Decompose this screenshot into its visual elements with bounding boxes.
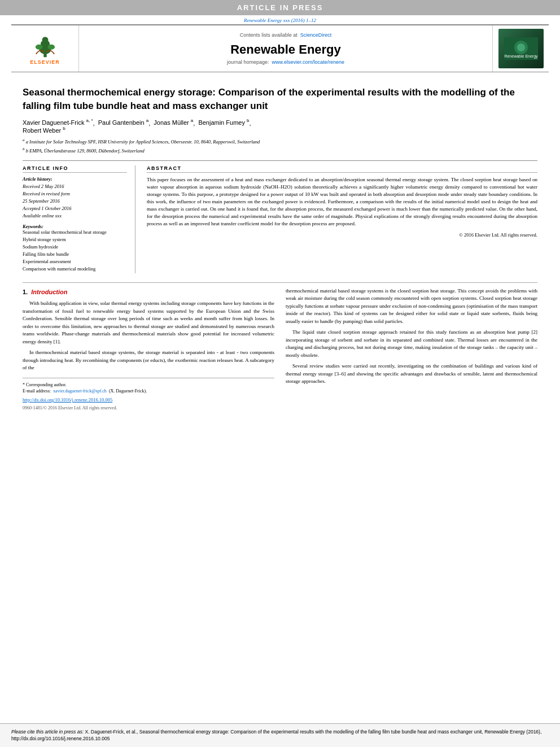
elsevier-logo: ELSEVIER	[28, 33, 62, 65]
journal-title-center: Contents lists available at ScienceDirec…	[79, 25, 492, 72]
keyword-2: Hybrid storage system	[23, 237, 127, 243]
available-row: Available online xxx	[23, 213, 127, 220]
svg-point-3	[42, 37, 48, 43]
article-history: Article history: Received 2 May 2016 Rec…	[23, 176, 127, 219]
intro-col2-para-2: The liquid state closed sorption storage…	[286, 329, 537, 359]
svg-point-8	[517, 43, 525, 51]
elsevier-logo-container: ELSEVIER	[11, 25, 79, 72]
keyword-4: Falling film tube bundle	[23, 251, 127, 258]
svg-point-5	[47, 44, 55, 49]
citation-label: Please cite this article in press as:	[11, 729, 85, 735]
doi-link[interactable]: http://dx.doi.org/10.1016/j.renene.2016.…	[23, 396, 274, 404]
revised-date-row: 25 September 2016	[23, 198, 127, 205]
journal-name: Renewable Energy	[230, 42, 341, 57]
section-1-title-text: Introduction	[31, 289, 67, 295]
homepage-label: journal homepage:	[227, 59, 269, 65]
elsevier-tree-icon	[28, 33, 62, 58]
sciencedirect-link[interactable]: ScienceDirect	[300, 32, 332, 38]
article-title: Seasonal thermochemical energy storage: …	[23, 86, 537, 113]
received-row: Received 2 May 2016	[23, 184, 127, 190]
journal-ref: Renewable Energy xxx (2016) 1–12	[244, 18, 316, 23]
history-heading: Article history:	[23, 176, 53, 182]
contents-line: Contents lists available at ScienceDirec…	[240, 32, 332, 38]
email-link[interactable]: xavier.daguenet-frick@spf.ch	[53, 388, 107, 394]
affil-a-text: a Institute for Solar Technology SPF, HS…	[26, 139, 260, 145]
email-name: (X. Daguenet-Frick).	[109, 388, 147, 394]
main-content: Seasonal thermochemical energy storage: …	[0, 72, 560, 723]
intro-para-1: With building application in view, solar…	[23, 300, 274, 346]
homepage-link[interactable]: www.elsevier.com/locate/renene	[272, 59, 345, 65]
elsevier-label: ELSEVIER	[30, 59, 60, 65]
body-col-1: 1. Introduction With building applicatio…	[23, 287, 274, 412]
intro-col2-para-1-text: thermochemical material based storage sy…	[286, 288, 537, 324]
body-two-col: 1. Introduction With building applicatio…	[23, 287, 537, 412]
keyword-1: Seasonal solar thermochemical heat stora…	[23, 229, 127, 236]
footnote-section: * Corresponding author. E-mail address: …	[23, 378, 274, 412]
intro-para-2: In thermochemical material based storage…	[23, 349, 274, 372]
info-abstract-section: ARTICLE INFO Article history: Received 2…	[23, 160, 537, 273]
article-in-press-banner: ARTICLE IN PRESS	[0, 0, 560, 15]
author-paul: Paul Gantenbein a	[98, 119, 148, 126]
journal-header: ELSEVIER Contents lists available at Sci…	[11, 24, 549, 72]
copyright-footer: 0960-1481/© 2016 Elsevier Ltd. All right…	[23, 405, 274, 412]
journal-ref-line: Renewable Energy xxx (2016) 1–12	[0, 15, 560, 24]
section-1-title: 1. Introduction	[23, 287, 274, 297]
author-jonas: Jonas Müller a	[154, 119, 193, 126]
affil-b: b b EMPA, Überlandstrasse 129, 8600, Düb…	[23, 146, 537, 155]
author-xavier: Xavier Daguenet-Frick a, *	[23, 119, 93, 126]
intro-col2-para-1: thermochemical material based storage sy…	[286, 287, 537, 326]
article-info-col: ARTICLE INFO Article history: Received 2…	[23, 165, 135, 273]
keywords-label: Keywords:	[23, 224, 127, 229]
abstract-text: This paper focuses on the assessment of …	[147, 176, 537, 228]
keyword-6: Comparison with numerical modeling	[23, 266, 127, 273]
intro-para-2-text: In thermochemical material based storage…	[23, 350, 274, 370]
intro-para-1-text: With building application in view, solar…	[23, 300, 274, 344]
body-col-2: thermochemical material based storage sy…	[286, 287, 537, 412]
intro-col2-para-3: Several review studies were carried out …	[286, 362, 537, 386]
citation-box: Please cite this article in press as: X.…	[0, 723, 560, 748]
section-1-number: 1.	[23, 289, 28, 295]
re-logo-box: Renewable Energy	[498, 29, 544, 68]
keywords-section: Keywords: Seasonal solar thermochemical …	[23, 224, 127, 272]
authors-line: Xavier Daguenet-Frick a, *, Paul Gantenb…	[23, 119, 537, 134]
history-label-row: Article history:	[23, 176, 127, 183]
journal-logo-right: Renewable Energy	[492, 25, 549, 72]
corresponding-note: * Corresponding author.	[23, 382, 274, 388]
author-benjamin: Benjamin Fumey b	[198, 119, 249, 126]
body-section: 1. Introduction With building applicatio…	[23, 282, 537, 412]
affiliations: a a Institute for Solar Technology SPF, …	[23, 137, 537, 155]
intro-col2-para-3-text: Several review studies were carried out …	[286, 363, 537, 384]
keyword-3: Sodium hydroxide	[23, 244, 127, 251]
journal-homepage-line: journal homepage: www.elsevier.com/locat…	[227, 59, 344, 65]
abstract-body: This paper focuses on the assessment of …	[147, 177, 537, 226]
affil-a: a a Institute for Solar Technology SPF, …	[23, 137, 537, 146]
accepted-row: Accepted 1 October 2016	[23, 206, 127, 212]
contents-label: Contents lists available at	[240, 32, 298, 38]
banner-text: ARTICLE IN PRESS	[237, 3, 323, 12]
keyword-5: Experimental assessment	[23, 259, 127, 265]
page: ARTICLE IN PRESS Renewable Energy xxx (2…	[0, 0, 560, 747]
email-label: E-mail address:	[23, 388, 51, 394]
svg-point-4	[35, 44, 42, 49]
abstract-copyright: © 2016 Elsevier Ltd. All rights reserved…	[147, 232, 537, 238]
re-logo-icon: Renewable Energy	[504, 37, 538, 60]
email-note: E-mail address: xavier.daguenet-frick@sp…	[23, 388, 274, 394]
affil-b-text: b EMPA, Überlandstrasse 129, 8600, Düben…	[26, 148, 145, 154]
abstract-heading: ABSTRACT	[147, 165, 537, 173]
article-info-heading: ARTICLE INFO	[23, 165, 127, 173]
intro-col2-para-2-text: The liquid state closed sorption storage…	[286, 329, 537, 358]
author-robert: Robert Weber b	[23, 127, 65, 134]
citation-text: X. Daguenet-Frick, et al., Seasonal ther…	[11, 729, 541, 742]
svg-text:Renewable Energy: Renewable Energy	[504, 54, 538, 59]
received-revised-row: Received in revised form	[23, 191, 127, 198]
abstract-col: ABSTRACT This paper focuses on the asses…	[147, 165, 537, 273]
